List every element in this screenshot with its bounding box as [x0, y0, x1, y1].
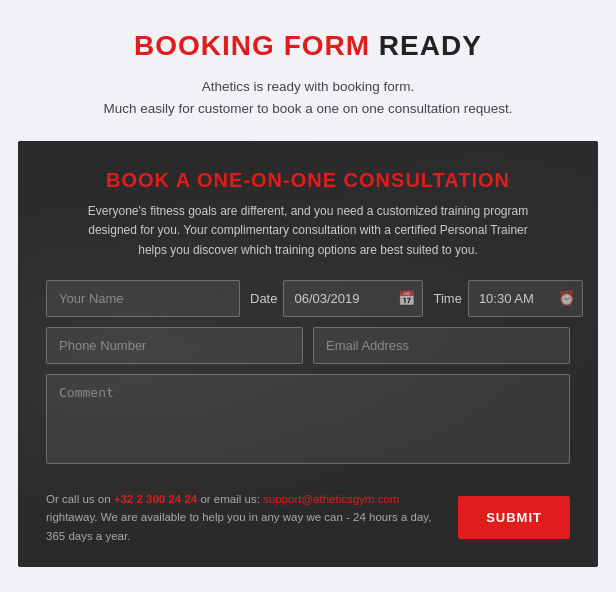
submit-button[interactable]: SUBMIT [458, 496, 570, 539]
title-normal: READY [370, 30, 482, 61]
form-row-1: Date 📅 Time ⏰ [46, 280, 570, 317]
form-description: Everyone's fitness goals are different, … [78, 202, 538, 260]
email-input[interactable] [313, 327, 570, 364]
comment-input[interactable] [46, 374, 570, 464]
date-label: Date [250, 291, 277, 306]
footer-before-email: or email us: [197, 493, 263, 505]
time-label: Time [433, 291, 461, 306]
footer-text: Or call us on +32 2 300 24 24 or email u… [46, 490, 448, 545]
booking-form-card: BOOK A ONE-ON-ONE CONSULTATION Everyone'… [18, 141, 598, 567]
date-wrapper: 📅 [283, 280, 423, 317]
page-title: BOOKING FORM READY [134, 30, 482, 62]
title-highlight: BOOKING FORM [134, 30, 370, 61]
time-wrapper: ⏰ [468, 280, 583, 317]
time-group: Time ⏰ [433, 280, 582, 317]
date-input[interactable] [283, 280, 423, 317]
name-input[interactable] [46, 280, 240, 317]
date-group: Date 📅 [250, 280, 423, 317]
form-heading: BOOK A ONE-ON-ONE CONSULTATION [46, 169, 570, 192]
form-footer: Or call us on +32 2 300 24 24 or email u… [46, 490, 570, 545]
phone-input[interactable] [46, 327, 303, 364]
form-row-3 [46, 374, 570, 480]
time-input[interactable] [468, 280, 583, 317]
footer-after: rightaway. We are available to help you … [46, 511, 431, 541]
page-subtitle: Athetics is ready with booking form. Muc… [104, 76, 513, 119]
form-row-2 [46, 327, 570, 364]
phone-link[interactable]: +32 2 300 24 24 [114, 493, 197, 505]
footer-before-phone: Or call us on [46, 493, 114, 505]
email-link[interactable]: support@atheticsgym.com [263, 493, 399, 505]
